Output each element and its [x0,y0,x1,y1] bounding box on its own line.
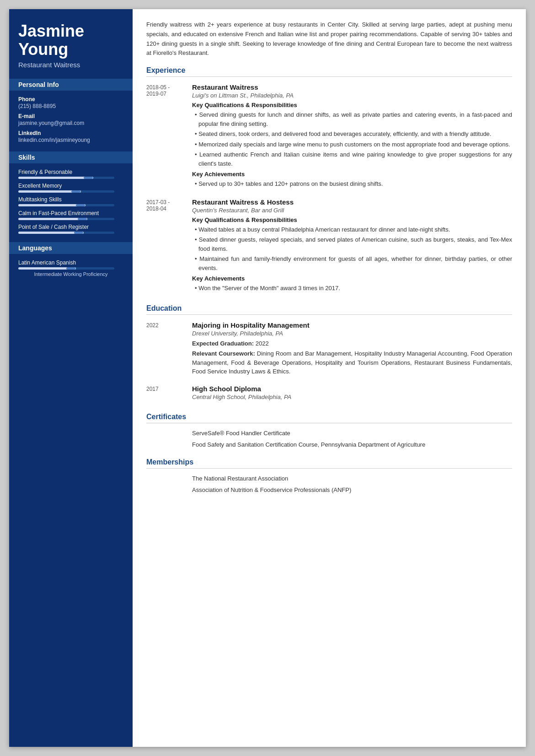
skill-bar-dot [71,190,80,193]
skills-heading: Skills [9,151,133,163]
languages-section: Languages Latin American SpanishIntermed… [18,242,123,277]
phone-label: Phone [18,96,123,103]
skill-bar-bg [18,190,114,193]
exp-bullet: Maintained fun and family-friendly envir… [192,254,512,272]
cert-spacer [146,430,192,437]
exp-job-title: Restaurant Waitress [192,83,512,91]
summary-text: Friendly waitress with 2+ years experien… [146,20,512,58]
exp-achievements-heading: Key Achievements [192,171,512,178]
skill-name: Point of Sale / Cash Register [18,224,123,230]
skill-bar-bg [18,232,114,234]
email-value: jasmine.young@gmail.com [18,120,123,126]
sidebar: Jasmine Young Restaurant Waitress Person… [9,9,133,747]
skill-item: Multitasking Skills [18,196,123,206]
language-item: Latin American SpanishIntermediate Worki… [18,259,123,277]
phone-value: (215) 888-8895 [18,103,123,109]
certificate-entry: ServeSafe® Food Handler Certificate [146,430,512,437]
skill-bar-dot [76,204,85,206]
skill-name: Calm in Fast-Paced Environment [18,210,123,216]
exp-content: Restaurant WaitressLuigi's on Littman St… [192,83,512,190]
skill-bar-bg [18,177,114,179]
membership-entry: Association of Nutrition & Foodservice P… [146,486,512,493]
skill-bar-bg [18,218,114,220]
exp-qualifications-heading: Key Qualifications & Responsibilities [192,102,512,108]
experience-heading: Experience [146,66,512,77]
exp-company: Luigi's on Littman St., Philadelphia, PA [192,92,512,99]
skill-name: Excellent Memory [18,183,123,189]
experience-list: 2018-05 - 2019-07Restaurant WaitressLuig… [146,83,512,294]
exp-achievement-bullet: Won the "Server of the Month" award 3 ti… [192,284,512,293]
certificates-list: ServeSafe® Food Handler CertificateFood … [146,430,512,448]
exp-bullet: Memorized daily specials and large wine … [192,140,512,149]
skill-bar-dot [74,232,83,234]
member-spacer [146,486,192,493]
edu-degree: High School Diploma [192,385,512,393]
edu-school: Drexel University, Philadelphia, PA [192,330,512,337]
exp-content: Restaurant Waitress & HostessQuentin's R… [192,198,512,294]
exp-bullet: Waited tables at a busy central Philadel… [192,225,512,234]
email-label: E-mail [18,113,123,119]
memberships-list: The National Restaurant AssociationAssoc… [146,475,512,493]
edu-degree: Majoring in Hospitality Management [192,321,512,329]
education-heading: Education [146,304,512,315]
main-content: Friendly waitress with 2+ years experien… [133,9,526,747]
exp-date: 2017-03 - 2018-04 [146,198,192,294]
education-list: 2022Majoring in Hospitality ManagementDr… [146,321,512,403]
language-name: Latin American Spanish [18,259,123,266]
experience-section: Experience 2018-05 - 2019-07Restaurant W… [146,66,512,294]
member-spacer [146,475,192,482]
edu-detail: Expected Graduation: 2022 [192,339,512,348]
resume-container: Jasmine Young Restaurant Waitress Person… [9,9,526,747]
exp-qualifications-heading: Key Qualifications & Responsibilities [192,216,512,223]
certificate-text: ServeSafe® Food Handler Certificate [192,430,512,437]
membership-text: The National Restaurant Association [192,475,512,482]
edu-date: 2022 [146,321,192,378]
languages-heading: Languages [9,242,133,254]
certificate-text: Food Safety and Sanitation Certification… [192,441,512,448]
skills-section: Skills Friendly & PersonableExcellent Me… [18,151,123,234]
education-entry: 2022Majoring in Hospitality ManagementDr… [146,321,512,378]
experience-entry: 2017-03 - 2018-04Restaurant Waitress & H… [146,198,512,294]
edu-content: High School DiplomaCentral High School, … [192,385,512,403]
certificates-heading: Certificates [146,413,512,423]
exp-job-title: Restaurant Waitress & Hostess [192,198,512,206]
exp-achievement-bullet: Served up to 30+ tables and 120+ patrons… [192,179,512,189]
linkedin-label: LinkedIn [18,130,123,136]
edu-school: Central High School, Philadelphia, PA [192,394,512,400]
edu-content: Majoring in Hospitality ManagementDrexel… [192,321,512,378]
experience-entry: 2018-05 - 2019-07Restaurant WaitressLuig… [146,83,512,190]
skill-bar-fill [18,204,86,206]
memberships-section: Memberships The National Restaurant Asso… [146,458,512,493]
language-bar-dot [66,267,75,270]
membership-text: Association of Nutrition & Foodservice P… [192,486,512,493]
certificates-section: Certificates ServeSafe® Food Handler Cer… [146,413,512,448]
education-section: Education 2022Majoring in Hospitality Ma… [146,304,512,403]
cert-spacer [146,441,192,448]
exp-company: Quentin's Restaurant, Bar and Grill [192,207,512,214]
edu-detail: Relevant Coursework: Dining Room and Bar… [192,349,512,376]
edu-date: 2017 [146,385,192,403]
membership-entry: The National Restaurant Association [146,475,512,482]
exp-bullet: Seated diners, took orders, and delivere… [192,130,512,139]
language-proficiency: Intermediate Working Proficiency [18,271,123,277]
skill-bar-dot [84,177,93,179]
language-bar-bg [18,267,114,270]
exp-date: 2018-05 - 2019-07 [146,83,192,190]
skill-bar-dot [78,218,87,220]
exp-bullet: Learned authentic French and Italian cui… [192,150,512,168]
skill-item: Calm in Fast-Paced Environment [18,210,123,220]
memberships-heading: Memberships [146,458,512,469]
skill-bar-bg [18,204,114,206]
skill-name: Multitasking Skills [18,196,123,203]
personal-info-heading: Personal Info [9,79,133,91]
certificate-entry: Food Safety and Sanitation Certification… [146,441,512,448]
skill-name: Friendly & Personable [18,169,123,175]
skill-bar-fill [18,177,93,179]
skill-item: Point of Sale / Cash Register [18,224,123,234]
linkedin-value: linkedin.com/in/jasmineyoung [18,137,123,143]
exp-achievements-heading: Key Achievements [192,275,512,282]
skill-bar-fill [18,218,87,220]
skills-list: Friendly & PersonableExcellent MemoryMul… [18,169,123,234]
exp-bullet: Seated dinner guests, relayed specials, … [192,235,512,253]
candidate-name: Jasmine Young [18,22,123,58]
